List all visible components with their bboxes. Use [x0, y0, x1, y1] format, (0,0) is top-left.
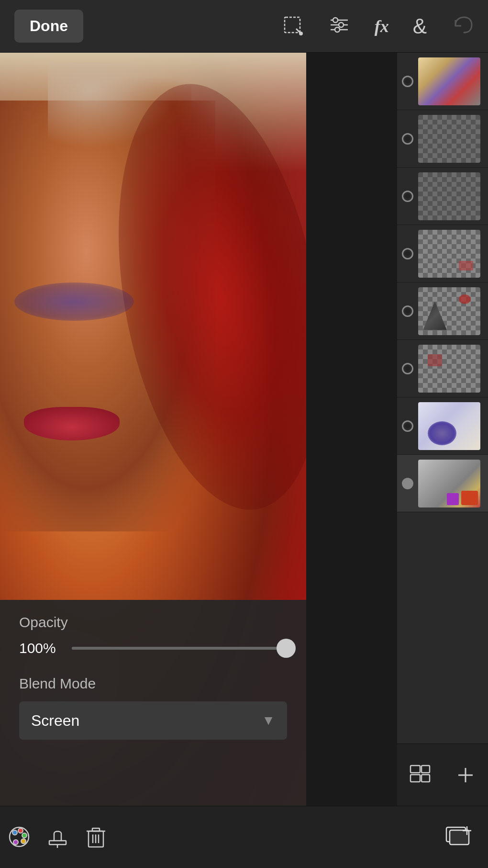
eye-shadow — [14, 282, 134, 321]
dropdown-arrow-icon: ▼ — [262, 713, 275, 728]
bottom-toolbar — [0, 806, 488, 868]
layer-thumbnail-3[interactable] — [418, 172, 480, 220]
radio-4 — [402, 248, 413, 259]
toolbar-icons: fx & — [281, 13, 474, 39]
layer-thumbnail-4[interactable] — [418, 230, 480, 278]
layer-visibility-7[interactable] — [397, 420, 418, 432]
opacity-label: Opacity — [19, 614, 287, 631]
fx-icon[interactable]: fx — [375, 18, 389, 35]
stamp-button[interactable] — [38, 818, 77, 857]
layer-thumbnail-2[interactable] — [418, 115, 480, 163]
radio-1 — [402, 76, 413, 87]
layer-item[interactable] — [397, 397, 488, 455]
svg-point-17 — [18, 828, 23, 833]
layers-view-button[interactable] — [408, 763, 432, 787]
layer-item[interactable] — [397, 53, 488, 110]
radio-3 — [402, 191, 413, 202]
paint-palette-button[interactable] — [0, 818, 38, 857]
radio-inner-1 — [405, 79, 410, 84]
svg-rect-10 — [410, 775, 420, 782]
layer-visibility-1[interactable] — [397, 76, 418, 87]
svg-point-16 — [12, 830, 17, 835]
opacity-slider[interactable] — [72, 647, 287, 650]
layer-item[interactable] — [397, 340, 488, 397]
svg-rect-21 — [49, 841, 66, 845]
layer-item[interactable] — [397, 110, 488, 168]
radio-inner-6 — [405, 366, 410, 371]
svg-point-19 — [21, 839, 26, 844]
svg-point-20 — [13, 840, 18, 845]
blend-mode-dropdown[interactable]: Screen ▼ — [19, 701, 287, 740]
svg-point-4 — [333, 18, 338, 23]
delete-layer-button[interactable] — [77, 818, 115, 857]
radio-6 — [402, 363, 413, 374]
layers-scroll[interactable] — [397, 53, 488, 806]
layer-thumbnail-7[interactable] — [418, 402, 480, 450]
svg-rect-30 — [450, 830, 469, 845]
radio-inner-4 — [405, 251, 410, 256]
layer-visibility-4[interactable] — [397, 248, 418, 259]
top-toolbar: Done fx & — [0, 0, 488, 53]
radio-inner-3 — [405, 194, 410, 199]
add-layer-panel-button[interactable] — [454, 763, 477, 787]
blend-mode-value: Screen — [31, 712, 79, 730]
layer-visibility-6[interactable] — [397, 363, 418, 374]
layers-panel — [397, 53, 488, 806]
select-tool-icon[interactable] — [281, 13, 304, 39]
layer-visibility-3[interactable] — [397, 191, 418, 202]
undo-icon[interactable] — [451, 13, 474, 39]
svg-point-18 — [22, 833, 27, 838]
svg-point-2 — [299, 32, 303, 35]
radio-7 — [402, 420, 413, 432]
radio-8 — [402, 478, 413, 489]
add-layer-button[interactable] — [431, 818, 488, 857]
layer-visibility-8[interactable] — [397, 478, 418, 489]
svg-rect-25 — [92, 828, 100, 831]
svg-point-8 — [335, 27, 340, 32]
lips — [24, 407, 120, 440]
opacity-row: 100% — [19, 640, 287, 656]
layer-thumbnail-8[interactable] — [418, 460, 480, 507]
radio-inner-2 — [405, 136, 410, 141]
layer-visibility-2[interactable] — [397, 133, 418, 145]
svg-rect-11 — [421, 766, 430, 773]
layer-thumbnail-6[interactable] — [418, 345, 480, 393]
layers-panel-bottom — [397, 744, 488, 806]
radio-5 — [402, 305, 413, 317]
adjustments-icon[interactable] — [328, 13, 351, 39]
done-button[interactable]: Done — [14, 10, 83, 43]
layer-item-active[interactable] — [397, 455, 488, 512]
svg-rect-9 — [410, 766, 420, 773]
svg-rect-12 — [421, 775, 430, 782]
slider-fill — [72, 647, 287, 650]
radio-inner-7 — [405, 424, 410, 428]
radio-2 — [402, 133, 413, 145]
layer-item[interactable] — [397, 282, 488, 340]
radio-inner-5 — [405, 309, 410, 314]
blend-mode-label: Blend Mode — [19, 676, 287, 692]
layer-thumbnail-5[interactable] — [418, 287, 480, 335]
opacity-value: 100% — [19, 640, 62, 656]
svg-point-6 — [339, 23, 344, 27]
layer-thumbnail-1[interactable] — [418, 57, 480, 105]
layer-item[interactable] — [397, 168, 488, 225]
combine-icon[interactable]: & — [413, 16, 427, 37]
layer-visibility-5[interactable] — [397, 305, 418, 317]
slider-thumb[interactable] — [277, 639, 296, 658]
layer-item[interactable] — [397, 225, 488, 282]
